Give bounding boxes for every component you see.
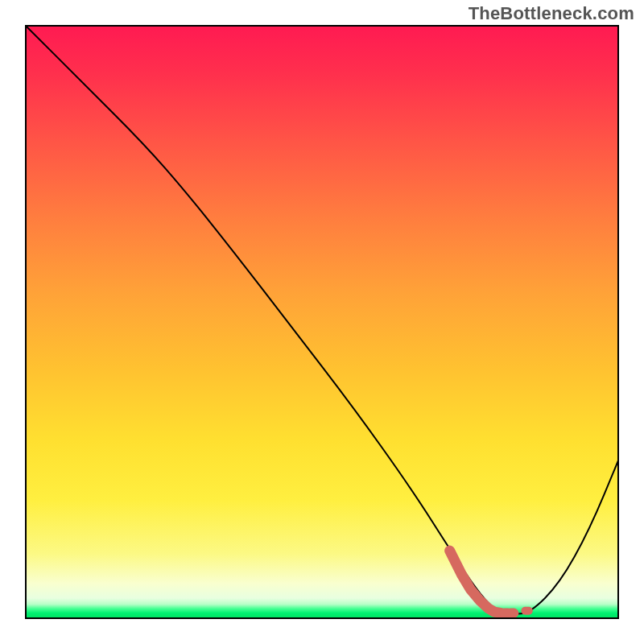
chart-frame: TheBottleneck.com: [0, 0, 644, 644]
highlight-stroke: [450, 551, 502, 613]
bottleneck-curve-path: [25, 25, 619, 614]
plot-area: [25, 25, 619, 619]
chart-svg: [25, 25, 619, 619]
watermark-text: TheBottleneck.com: [469, 3, 634, 24]
highlight-markers: [450, 551, 529, 613]
